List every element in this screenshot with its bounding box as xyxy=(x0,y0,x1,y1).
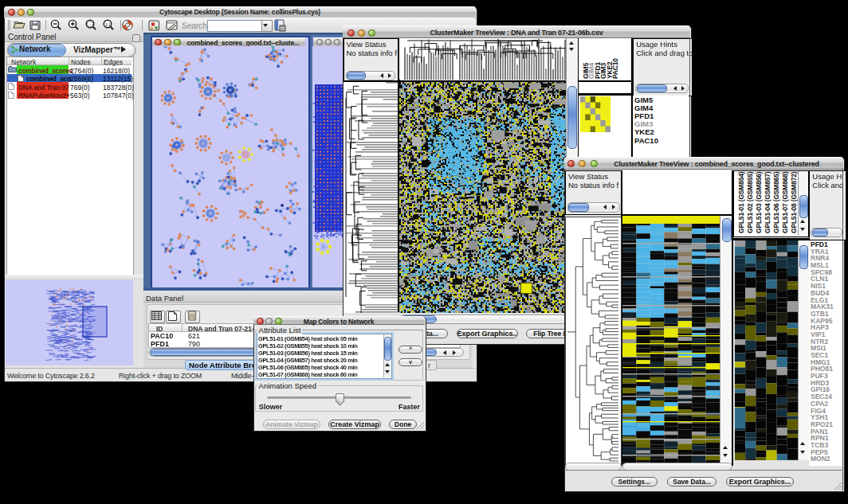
svg-text:1:1: 1:1 xyxy=(105,22,111,27)
